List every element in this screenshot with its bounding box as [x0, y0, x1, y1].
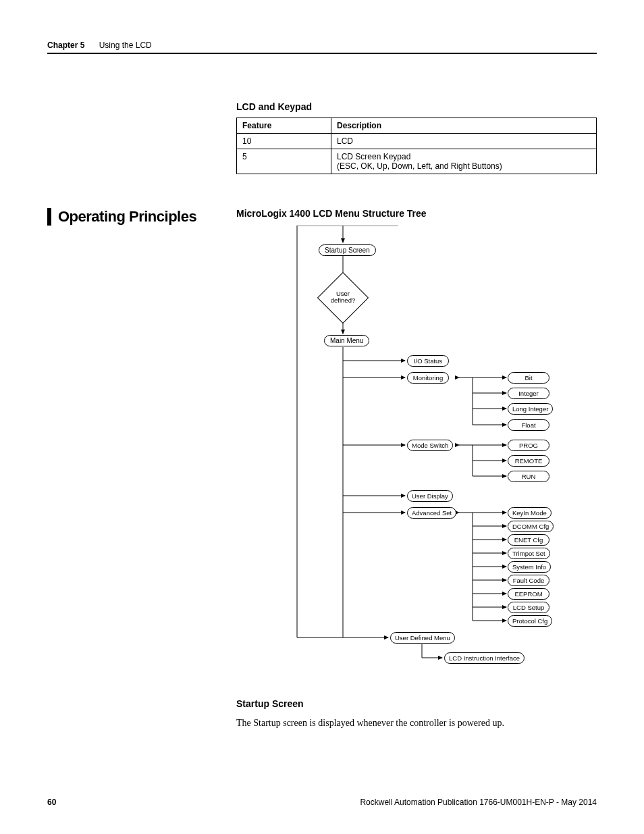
node-lcd-instruction: LCD Instruction Interface	[444, 652, 525, 664]
node-fault: Fault Code	[508, 575, 549, 586]
node-trimpot: Trimpot Set	[508, 548, 550, 559]
startup-body: The Startup screen is displayed whenever…	[236, 716, 597, 730]
node-bit: Bit	[508, 372, 549, 384]
node-user-defined-menu: User Defined Menu	[390, 632, 455, 644]
chapter-label: Chapter 5	[47, 41, 84, 50]
node-run: RUN	[508, 471, 549, 482]
node-startup: Startup Screen	[319, 244, 376, 256]
node-protocol: Protocol Cfg	[508, 615, 552, 627]
node-integer: Integer	[508, 388, 549, 399]
node-user-defined-label: User defined?	[323, 290, 363, 305]
publication-info: Rockwell Automation Publication 1766-UM0…	[360, 798, 597, 807]
node-prog: PROG	[508, 440, 549, 451]
table-row: 5 LCD Screen Keypad (ESC, OK, Up, Down, …	[237, 149, 597, 174]
page-footer: 60 Rockwell Automation Publication 1766-…	[47, 798, 597, 807]
node-monitoring: Monitoring	[407, 372, 449, 384]
node-long-integer: Long Integer	[508, 403, 553, 415]
node-lcdsetup: LCD Setup	[508, 602, 549, 613]
startup-heading: Startup Screen	[236, 698, 597, 709]
th-description: Description	[331, 118, 597, 134]
th-feature: Feature	[237, 118, 331, 134]
node-mode-switch: Mode Switch	[407, 440, 453, 451]
table-title: LCD and Keypad	[236, 101, 597, 112]
node-keyin: KeyIn Mode	[508, 507, 552, 519]
node-main-menu: Main Menu	[324, 335, 369, 346]
feature-table: Feature Description 10 LCD 5 LCD Screen …	[236, 118, 597, 174]
node-float: Float	[508, 419, 549, 431]
node-dcomm: DCOMM Cfg	[508, 521, 554, 532]
node-advanced-set: Advanced Set	[407, 507, 456, 519]
node-enet: ENET Cfg	[508, 534, 549, 546]
node-io-status: I/O Status	[407, 355, 449, 367]
diagram-title: MicroLogix 1400 LCD Menu Structure Tree	[236, 208, 597, 219]
menu-tree-diagram: Startup Screen User defined? Main Menu I…	[270, 226, 621, 678]
node-eeprom: EEPROM	[508, 588, 549, 600]
node-remote: REMOTE	[508, 455, 549, 467]
node-sysinfo: System Info	[508, 561, 551, 573]
chapter-title: Using the LCD	[99, 41, 152, 50]
page-number: 60	[47, 798, 56, 807]
node-user-display: User Display	[407, 490, 453, 502]
page-header: Chapter 5 Using the LCD	[47, 41, 597, 54]
table-row: 10 LCD	[237, 134, 597, 149]
section-heading: Operating Principles	[47, 208, 196, 226]
